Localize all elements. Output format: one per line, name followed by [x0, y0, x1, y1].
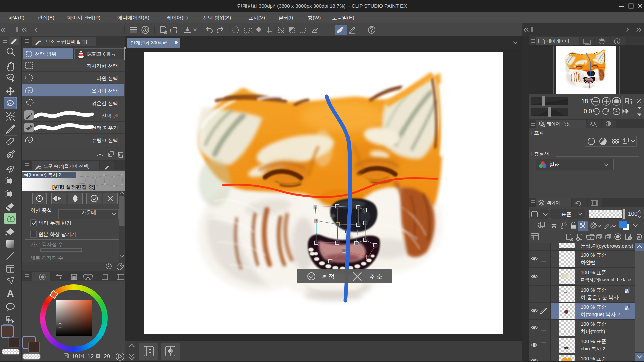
- svg-text:18,7: 18,7: [581, 98, 593, 105]
- svg-text:확정: 확정: [322, 273, 335, 280]
- svg-text:취소: 취소: [370, 273, 383, 280]
- svg-text:29: 29: [104, 353, 110, 360]
- svg-text:S: S: [80, 355, 83, 358]
- svg-text:12: 12: [87, 353, 94, 360]
- svg-text:V: V: [97, 355, 99, 358]
- svg-text:A: A: [7, 288, 14, 299]
- svg-text:19: 19: [72, 353, 78, 360]
- svg-text:0,0: 0,0: [584, 108, 592, 115]
